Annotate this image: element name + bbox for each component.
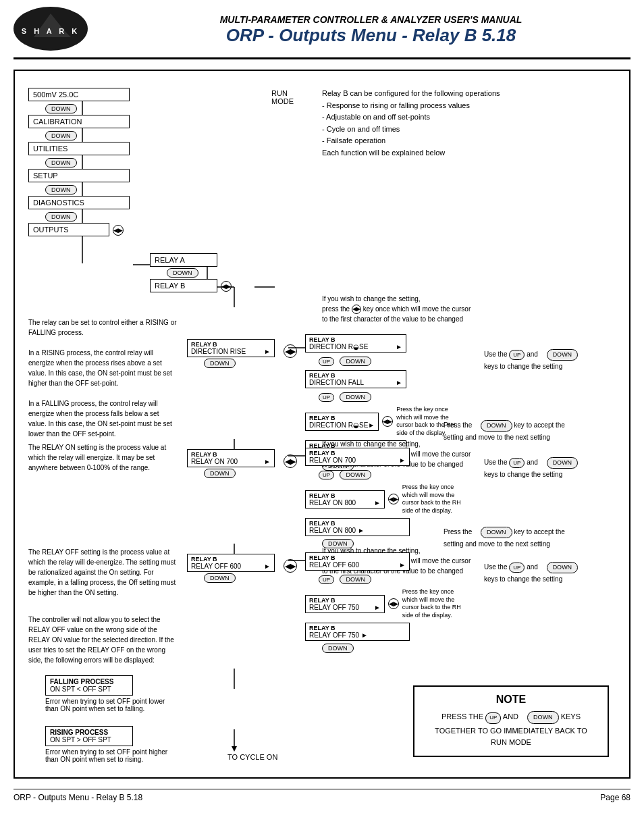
svg-marker-20: [232, 746, 237, 752]
dir-arrow-circle: ◀▶: [284, 344, 297, 358]
utilities-box: UTILITIES: [28, 142, 130, 157]
page-footer: ORP - Outputs Menu - Relay B 5.18 Page 6…: [14, 789, 630, 802]
footer-right: Page 68: [600, 793, 630, 802]
relay-off-desc: The RELAY OFF setting is the process val…: [28, 547, 177, 598]
logo-circle: S H A R K: [14, 7, 88, 51]
use-up-down-1: Use the UP and DOWN keys to change the s…: [484, 348, 612, 371]
off-arrow-circle: ◀▶: [284, 559, 297, 573]
header-title-top: MULTI-PARAMETER CONTROLLER & ANALYZER US…: [111, 14, 630, 25]
down-btn-4[interactable]: DOWN: [38, 184, 77, 196]
header-title-bottom: ORP - Outputs Menu - Relay B 5.18: [111, 25, 630, 46]
display-500mv: 500mV 25.0C: [28, 88, 130, 101]
run-mode-area: 500mV 25.0C RUN MODE: [28, 88, 130, 103]
left-desc-1: The relay can be set to control either a…: [28, 317, 177, 439]
change-setting-1: If you wish to change the setting, press…: [322, 294, 606, 324]
relay-b-arrow: ◀▶: [221, 281, 232, 292]
note-box: NOTE PRESS THE UP AND DOWN KEYS TOGETHER…: [413, 685, 609, 757]
down-btn-2[interactable]: DOWN: [38, 130, 77, 142]
relay-b-top-row: RELAY B ◀▶: [150, 279, 232, 294]
calibration-box: CALIBRATION: [28, 115, 130, 130]
use-up-down-2: Use the UP and DOWN keys to change the s…: [484, 456, 612, 479]
desc-top: Relay B can be configured for the follow…: [322, 88, 606, 159]
error-box-2: RISING PROCESS ON SPT > OFF SPT Error wh…: [45, 726, 173, 763]
relay-b-on-right: RELAY B RELAY ON 700 ► UP DOWN RELAY B: [305, 448, 467, 550]
on-arrow-circle: ◀▶: [284, 454, 297, 468]
header: S H A R K MULTI-PARAMETER CONTROLLER & A…: [14, 7, 630, 59]
note-text: PRESS THE UP AND DOWN KEYS TOGETHER TO G…: [425, 710, 597, 749]
relay-a-box: RELAY A: [150, 253, 217, 268]
diagnostics-box: DIAGNOSTICS: [28, 196, 130, 211]
footer-left: ORP - Outputs Menu - Relay B 5.18: [14, 793, 142, 802]
down-btn-relay-a[interactable]: DOWN: [160, 267, 198, 279]
relay-off-error-desc: The controller will not allow you to sel…: [28, 615, 177, 665]
use-up-down-3: Use the UP and DOWN keys to change the s…: [484, 561, 612, 584]
logo-area: S H A R K: [14, 7, 101, 54]
relay-b-dir-left: RELAY B DIRECTION RISE ► DOWN: [187, 339, 275, 369]
relay-b-on-left: RELAY B RELAY ON 700 ► DOWN: [187, 449, 275, 479]
main-box: 500mV 25.0C RUN MODE DOWN CALIBRATION DO…: [14, 70, 630, 779]
flow-area: 500mV 25.0C RUN MODE DOWN CALIBRATION DO…: [25, 81, 619, 767]
page-wrapper: S H A R K MULTI-PARAMETER CONTROLLER & A…: [0, 0, 644, 834]
down-btn-3[interactable]: DOWN: [38, 157, 77, 169]
run-mode-label: RUN MODE: [271, 89, 294, 105]
down-btn-5[interactable]: DOWN: [38, 211, 77, 223]
relay-b-off-left: RELAY B RELAY OFF 600 ► DOWN: [187, 554, 275, 584]
setup-box: SETUP: [28, 169, 130, 184]
down-btn-1[interactable]: DOWN: [38, 103, 77, 115]
svg-text:S H A R K: S H A R K: [22, 27, 80, 35]
note-title: NOTE: [425, 694, 597, 706]
error-box-1: FALLING PROCESS ON SPT < OFF SPT Error w…: [45, 675, 173, 712]
relay-b-off-right: RELAY B RELAY OFF 600 ► UP DOWN RELAY B: [305, 552, 467, 654]
header-right: MULTI-PARAMETER CONTROLLER & ANALYZER US…: [101, 14, 630, 46]
relay-on-desc: The RELAY ON setting is the process valu…: [28, 442, 177, 473]
to-cycle-on: TO CYCLE ON: [227, 753, 277, 761]
outputs-arrow: ◀▶: [113, 225, 124, 236]
outputs-row: OUTPUTS ◀▶: [28, 223, 124, 238]
